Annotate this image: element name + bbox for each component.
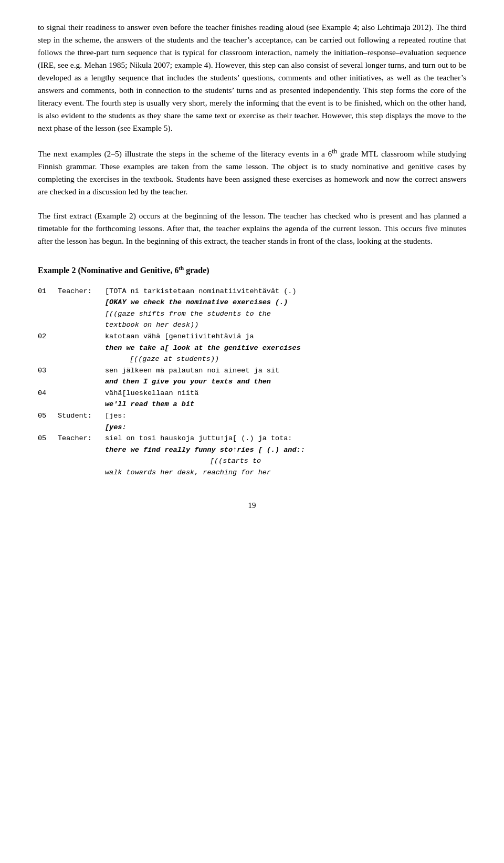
speaker-label: Teacher: — [58, 286, 105, 297]
utterance-text: [jes: — [105, 410, 466, 422]
utterance-text: vähä[lueskellaan niitä — [105, 388, 466, 399]
speaker-label: Teacher: — [58, 433, 105, 444]
table-row: there we find really funny sto↑ries [ (.… — [38, 444, 466, 456]
utterance-stage-cont: textbook on her desk)) — [105, 319, 466, 331]
table-row: walk towards her desk, reaching for her — [38, 467, 466, 479]
utterance-translation: then we take a[ look at the genitive exe… — [105, 342, 466, 354]
paragraph-2-main: The next examples (2–5) illustrate the s… — [38, 149, 466, 196]
table-row: then we take a[ look at the genitive exe… — [38, 342, 466, 354]
table-row: [((gaze shifts from the students to the — [38, 308, 466, 320]
paragraph-1-text: to signal their readiness to answer even… — [38, 21, 466, 134]
transcript: 01 Teacher: [TOTA ni tarkistetaan nomina… — [38, 286, 466, 479]
paragraph-2: The next examples (2–5) illustrate the s… — [38, 146, 466, 198]
table-row: [((starts to — [38, 455, 466, 467]
utterance-translation: there we find really funny sto↑ries [ (.… — [105, 444, 466, 456]
line-number: 01 — [38, 286, 58, 297]
line-number: 05 — [38, 433, 58, 444]
table-row: [yes: — [38, 422, 466, 433]
page-number-text: 19 — [248, 501, 256, 510]
paragraph-1: to signal their readiness to answer even… — [38, 21, 466, 134]
utterance-stage: [((gaze shifts from the students to the — [105, 308, 466, 320]
table-row: 05 Teacher: siel on tosi hauskoja juttu↑… — [38, 433, 466, 444]
table-row: and then I give you your texts and then — [38, 376, 466, 388]
utterance-stage: [((starts to — [105, 455, 466, 467]
table-row: [OKAY we check the nominative exercises … — [38, 297, 466, 308]
utterance-stage-cont: walk towards her desk, reaching for her — [105, 467, 466, 479]
utterance-translation: [OKAY we check the nominative exercises … — [105, 297, 466, 308]
page-number: 19 — [38, 500, 466, 512]
paragraph-3: The first extract (Example 2) occurs at … — [38, 210, 466, 247]
line-number: 05 — [38, 410, 58, 422]
table-row: we'll read them a bit — [38, 399, 466, 410]
utterance-text: sen jälkeen mä palautan noi aineet ja si… — [105, 365, 466, 377]
utterance-text: katotaan vähä [genetiivitehtäviä ja — [105, 331, 466, 342]
table-row: 03 sen jälkeen mä palautan noi aineet ja… — [38, 365, 466, 377]
table-row: 04 vähä[lueskellaan niitä — [38, 388, 466, 399]
utterance-translation: and then I give you your texts and then — [105, 376, 466, 388]
paragraph-3-text: The first extract (Example 2) occurs at … — [38, 210, 466, 247]
line-number: 03 — [38, 365, 58, 377]
page: to signal their readiness to answer even… — [0, 0, 504, 863]
table-row: 02 katotaan vähä [genetiivitehtäviä ja — [38, 331, 466, 342]
example-heading-text: Example 2 (Nominative and Genitive, 6th … — [38, 266, 209, 275]
example-heading: Example 2 (Nominative and Genitive, 6th … — [38, 263, 466, 277]
table-row: 01 Teacher: [TOTA ni tarkistetaan nomina… — [38, 286, 466, 297]
utterance-text: [TOTA ni tarkistetaan nominatiivitehtävä… — [105, 286, 466, 297]
table-row: 05 Student: [jes: — [38, 410, 466, 422]
line-number: 02 — [38, 331, 58, 342]
utterance-translation: we'll read them a bit — [105, 399, 466, 410]
table-row: [((gaze at students)) — [38, 353, 466, 365]
table-row: textbook on her desk)) — [38, 319, 466, 331]
paragraph-2-text: The next examples (2–5) illustrate the s… — [38, 146, 466, 198]
line-number: 04 — [38, 388, 58, 399]
speaker-label: Student: — [58, 410, 105, 422]
utterance-stage: [((gaze at students)) — [130, 353, 466, 365]
utterance-text: siel on tosi hauskoja juttu↑ja[ (.) ja t… — [105, 433, 466, 444]
utterance-translation: [yes: — [105, 422, 466, 433]
